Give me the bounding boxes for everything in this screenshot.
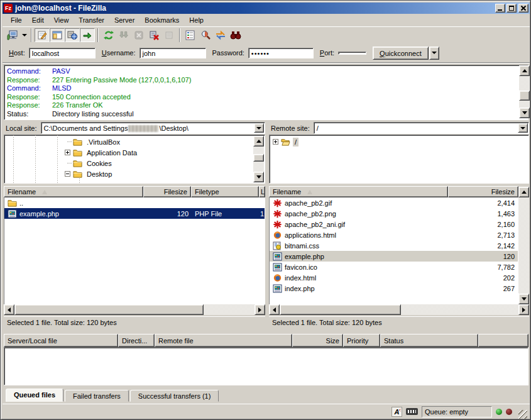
queue-header-direction[interactable]: Directi... — [118, 334, 155, 347]
remote-file-row[interactable]: index.html 202 — [270, 272, 518, 283]
queue-header-size[interactable]: Size — [292, 334, 343, 347]
site-manager-dropdown-button[interactable] — [20, 28, 28, 42]
remote-file-row[interactable]: favicon.ico 7,782 — [270, 262, 518, 272]
remote-site-combo[interactable]: / — [314, 122, 529, 134]
local-list-header: Filename Filesize Filetype L — [4, 186, 265, 197]
password-input[interactable]: •••••• — [248, 48, 314, 58]
disconnect-button[interactable] — [146, 28, 161, 42]
resize-grip-icon[interactable] — [518, 410, 527, 419]
find-files-button[interactable] — [228, 28, 243, 42]
reconnect-button[interactable] — [161, 28, 177, 42]
toggle-local-tree-button[interactable] — [50, 28, 65, 42]
remote-file-row[interactable]: apache_pb2.gif 2,414 — [270, 197, 518, 208]
log-label: Response: — [7, 93, 52, 102]
tab-successful-transfers[interactable]: Successful transfers (1) — [130, 390, 219, 402]
remote-file-row[interactable]: index.php 267 — [270, 283, 518, 294]
directory-listing-filters-button[interactable] — [183, 28, 198, 42]
expand-minus-icon[interactable] — [65, 171, 70, 177]
remote-file-row[interactable]: apache_pb2.png 1,463 — [270, 208, 518, 219]
queue-header-priority[interactable]: Priority — [343, 334, 380, 347]
refresh-button[interactable] — [101, 28, 116, 42]
tree-item-desktop[interactable]: Desktop — [65, 169, 253, 179]
scroll-left-button[interactable] — [4, 304, 14, 315]
remote-list-hscrollbar[interactable] — [269, 304, 529, 315]
minimize-button[interactable] — [495, 4, 505, 13]
directory-comparison-button[interactable] — [198, 28, 213, 42]
username-input[interactable]: john — [140, 48, 206, 58]
scrollbar-thumb[interactable] — [519, 91, 530, 101]
menu-server[interactable]: Server — [110, 15, 139, 25]
scrollbar-thumb[interactable] — [280, 304, 401, 315]
remote-file-row[interactable]: apache_pb2_ani.gif 2,160 — [270, 219, 518, 229]
quickconnect-dropdown-button[interactable] — [429, 47, 439, 60]
queue-header-status[interactable]: Status — [380, 334, 478, 347]
filezilla-app-icon: Fz — [4, 4, 13, 13]
synchronized-browsing-button[interactable] — [213, 28, 228, 42]
tree-item-application-data[interactable]: Application Data — [65, 147, 253, 158]
tab-failed-transfers[interactable]: Failed transfers — [65, 390, 129, 402]
tree-item-root[interactable]: / — [273, 136, 461, 147]
menu-file[interactable]: File — [6, 15, 26, 25]
port-input[interactable] — [338, 52, 366, 55]
toggle-transfer-queue-button[interactable] — [80, 28, 95, 42]
scroll-right-button[interactable] — [255, 304, 265, 315]
folder-icon — [73, 148, 82, 157]
arrow-right-icon — [258, 307, 261, 312]
tab-queued-files[interactable]: Queued files — [6, 389, 63, 402]
queue-header-remote-file[interactable]: Remote file — [155, 334, 292, 347]
cancel-operation-button[interactable] — [131, 28, 146, 42]
local-site-dropdown-button[interactable] — [254, 123, 264, 133]
scroll-down-button[interactable] — [253, 172, 264, 182]
quickconnect-button[interactable]: Quickconnect — [373, 47, 429, 60]
filename: apache_pb2_ani.gif — [285, 221, 345, 228]
site-manager-button[interactable] — [5, 28, 20, 42]
remote-file-row[interactable]: bitnami.css 2,142 — [270, 240, 518, 251]
tree-item-cookies[interactable]: Cookies — [67, 158, 256, 169]
remote-file-row-selected[interactable]: example.php 120 — [270, 251, 518, 262]
menu-bookmarks[interactable]: Bookmarks — [140, 15, 183, 25]
local-tree-scrollbar[interactable] — [253, 136, 264, 182]
scrollbar-thumb[interactable] — [14, 304, 204, 315]
scroll-up-button[interactable] — [519, 65, 530, 76]
menu-help[interactable]: Help — [185, 15, 208, 25]
maximize-button[interactable] — [506, 4, 517, 13]
scroll-down-button[interactable] — [518, 294, 529, 304]
expand-plus-icon[interactable] — [65, 150, 70, 155]
toggle-message-log-button[interactable] — [35, 28, 50, 42]
remote-header-filename[interactable]: Filename — [269, 186, 448, 197]
local-file-row-example-php[interactable]: example.php 120 PHP File 1 — [4, 208, 265, 219]
remote-site-dropdown-button[interactable] — [518, 123, 528, 133]
menu-transfer[interactable]: Transfer — [74, 15, 109, 25]
remote-list-scrollbar[interactable] — [518, 187, 529, 304]
tree-item-virtualbox[interactable]: .VirtualBox — [67, 136, 256, 147]
queue-header-server-local-file[interactable]: Server/Local file — [4, 334, 118, 347]
local-header-filetype[interactable]: Filetype — [191, 186, 259, 197]
local-file-row-up[interactable]: .. — [4, 197, 265, 208]
toggle-remote-tree-button[interactable] — [65, 28, 80, 42]
host-input[interactable]: localhost — [29, 48, 96, 58]
scroll-up-button[interactable] — [253, 136, 264, 146]
local-list-hscrollbar[interactable] — [4, 304, 265, 315]
menu-edit[interactable]: Edit — [28, 15, 48, 25]
scrollbar-thumb[interactable] — [253, 154, 264, 162]
close-button[interactable] — [518, 4, 528, 13]
remote-file-row[interactable]: applications.html 2,713 — [270, 229, 518, 240]
remote-header-filesize[interactable]: Filesize — [448, 186, 518, 197]
transfer-type-icon[interactable]: A — [391, 407, 402, 417]
scroll-right-button[interactable] — [518, 304, 529, 315]
log-scrollbar[interactable] — [519, 65, 530, 118]
redacted-username — [128, 125, 158, 132]
process-queue-button[interactable] — [116, 28, 131, 42]
local-header-filesize[interactable]: Filesize — [143, 186, 191, 197]
queue-list[interactable] — [4, 347, 528, 385]
scroll-left-button[interactable] — [269, 304, 280, 315]
expand-plus-icon[interactable] — [273, 139, 278, 145]
encryption-icon[interactable] — [406, 408, 418, 415]
local-header-filename[interactable]: Filename — [4, 186, 143, 197]
scroll-up-button[interactable] — [518, 187, 529, 197]
menu-view[interactable]: View — [50, 15, 74, 25]
local-site-combo[interactable]: C:\Documents and Settings\Desktop\ — [41, 122, 265, 134]
scroll-down-button[interactable] — [519, 108, 530, 118]
local-header-last-modified[interactable]: L — [259, 186, 265, 197]
statusbar: A Queue: empty — [3, 404, 530, 419]
